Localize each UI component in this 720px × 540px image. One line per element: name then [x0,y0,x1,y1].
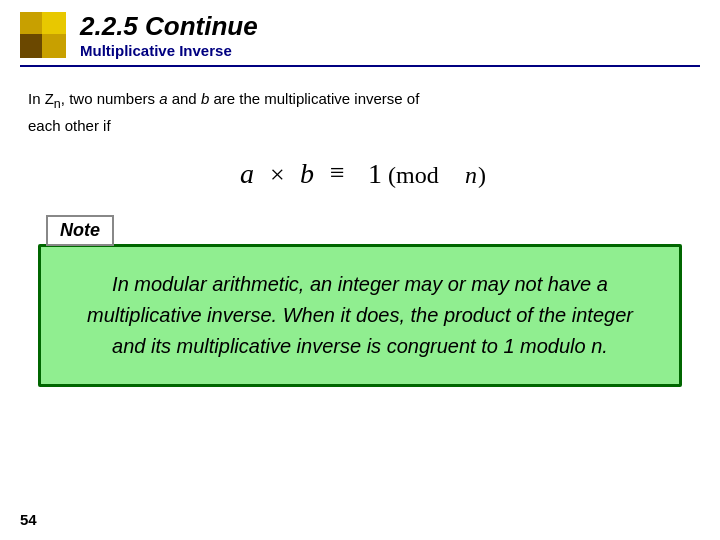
formula-area: a × b ≡ 1 (mod n ) [28,147,692,199]
intro-line2: each other if [28,117,111,134]
formula-svg: a × b ≡ 1 (mod n ) [210,147,510,199]
note-label: Note [46,215,114,246]
note-container: Note In modular arithmetic, an integer m… [38,215,682,387]
var-b: b [201,90,209,107]
header-text: 2.2.5 Continue Multiplicative Inverse [80,12,258,59]
slide-subtitle: Multiplicative Inverse [80,42,258,59]
svg-text:a: a [240,158,254,189]
page-number: 54 [20,511,37,528]
subscript-n: n [54,97,61,111]
slide-title: 2.2.5 Continue [80,12,258,41]
header-divider [20,65,700,67]
header: 2.2.5 Continue Multiplicative Inverse [0,0,720,65]
svg-text:(mod: (mod [388,162,439,188]
svg-text:n: n [465,162,477,188]
main-content: In Zn, two numbers a and b are the multi… [0,79,720,396]
intro-paragraph: In Zn, two numbers a and b are the multi… [28,87,692,138]
svg-text:≡: ≡ [330,158,345,187]
note-text: In modular arithmetic, an integer may or… [71,269,649,362]
svg-text:×: × [270,160,285,189]
svg-text:): ) [478,162,486,188]
var-a: a [159,90,167,107]
note-box: In modular arithmetic, an integer may or… [38,244,682,387]
svg-text:1: 1 [368,158,382,189]
svg-text:b: b [300,158,314,189]
page-container: 2.2.5 Continue Multiplicative Inverse In… [0,0,720,540]
